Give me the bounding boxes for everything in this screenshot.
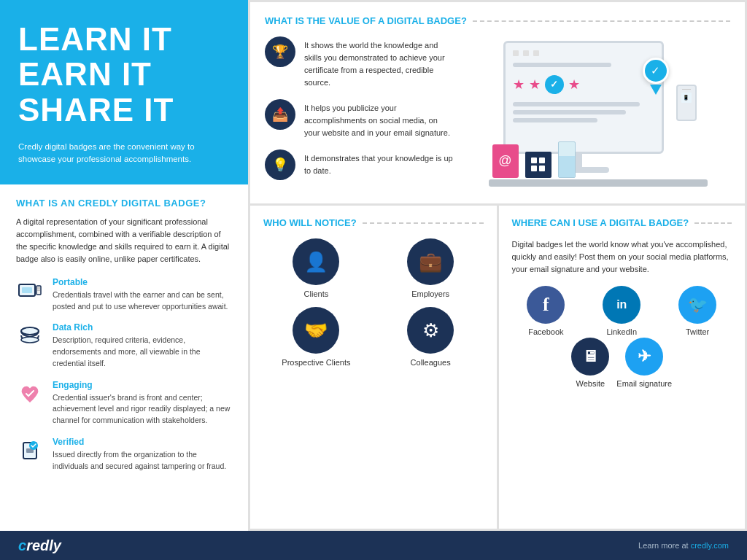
datarich-icon [16,322,44,350]
svg-rect-1 [22,287,32,293]
who-clients: 👤 Clients [263,238,369,298]
engaging-desc: Credential issuer's brand is front and c… [53,392,232,427]
monitor-screen: ★ ★ ✓ ★ ✓ [503,41,664,154]
social-website: 🖥 Website [571,338,609,388]
feature-verified-text: Verified Issued directly from the organi… [53,437,232,472]
prospective-label: Prospective Clients [282,358,350,367]
svg-point-6 [21,337,39,343]
social-linkedin: in LinkedIn [587,286,656,336]
hero-title: LEARN IT EARN IT SHARE IT [18,22,230,128]
monitor: ★ ★ ✓ ★ ✓ [489,41,708,187]
trophy-icon: 🏆 [265,36,295,67]
portable-desc: Credentials travel with the earner and c… [53,289,232,313]
value-heading-container: WHAT IS THE VALUE OF A DIGITAL BADGE? [265,15,730,26]
what-is-badge-heading: WHAT IS AN CREDLY DIGITAL BADGE? [16,198,232,209]
clients-icon: 👤 [293,238,339,285]
who-employers: 💼 Employers [378,238,484,298]
twitter-label: Twitter [686,327,709,336]
who-colleagues: ⚙ Colleagues [378,307,484,367]
social-facebook: f Facebook [512,286,581,336]
engaging-title: Engaging [53,380,232,390]
where-dashed-line [694,222,732,224]
feature-portable: Portable Credentials travel with the ear… [16,277,232,313]
engaging-icon [16,380,44,408]
feature-engaging: Engaging Credential issuer's brand is fr… [16,380,232,427]
value-items: 🏆 It shows the world the knowledge and s… [265,36,454,190]
share-icon: 📤 [265,99,295,130]
website-label: Website [576,379,605,388]
social-row-2: 🖥 Website ✈ Email signature [512,338,732,388]
value-item-1: 🏆 It shows the world the knowledge and s… [265,36,454,89]
portable-icon [16,277,44,305]
social-twitter: 🐦 Twitter [663,286,732,336]
where-heading: WHERE CAN I USE A DIGITAL BADGE? [512,217,689,228]
employers-label: Employers [411,289,449,298]
linkedin-label: LinkedIn [606,327,637,336]
verified-title: Verified [53,437,232,447]
verified-desc: Issued directly from the organization to… [53,449,232,472]
hero-subtitle: Credly digital badges are the convenient… [18,141,230,166]
social-email-sig: ✈ Email signature [616,338,672,388]
main-content: LEARN IT EARN IT SHARE IT Credly digital… [0,0,747,531]
datarich-title: Data Rich [53,322,232,332]
employers-icon: 💼 [407,238,454,285]
value-section: WHAT IS THE VALUE OF A DIGITAL BADGE? 🏆 … [250,2,745,203]
footer-logo: credly [18,537,61,554]
where-heading-container: WHERE CAN I USE A DIGITAL BADGE? [512,217,732,228]
where-section: WHERE CAN I USE A DIGITAL BADGE? Digital… [499,206,746,529]
facebook-icon: f [527,286,565,324]
value-text-3: It demonstrates that your knowledge is u… [304,149,454,177]
value-text-2: It helps you publicize your accomplishme… [304,99,454,139]
feature-portable-text: Portable Credentials travel with the ear… [53,277,232,313]
where-description: Digital badges let the world know what y… [512,238,732,276]
badge-section: WHAT IS AN CREDLY DIGITAL BADGE? A digit… [0,184,248,531]
value-item-2: 📤 It helps you publicize your accomplish… [265,99,454,139]
feature-verified: Verified Issued directly from the organi… [16,437,232,472]
prospective-icon: 🤝 [293,307,339,354]
dashed-line [473,20,730,22]
lightbulb-icon: 💡 [265,149,295,180]
verified-icon [16,437,44,464]
clients-label: Clients [304,289,329,298]
email-sig-icon: ✈ [625,338,663,376]
bottom-row: WHO WILL NOTICE? 👤 Clients 💼 Employers [250,206,745,529]
twitter-icon: 🐦 [678,286,716,324]
linkedin-icon: in [603,286,640,324]
datarich-desc: Description, required criteria, evidence… [53,335,232,369]
feature-engaging-text: Engaging Credential issuer's brand is fr… [53,380,232,427]
hero-section: LEARN IT EARN IT SHARE IT Credly digital… [0,0,248,184]
footer: credly Learn more at credly.com [0,531,747,560]
colleagues-icon: ⚙ [407,307,454,354]
feature-datarich-text: Data Rich Description, required criteria… [53,322,232,369]
feature-datarich: Data Rich Description, required criteria… [16,322,232,369]
website-icon: 🖥 [571,338,609,376]
value-item-3: 💡 It demonstrates that your knowledge is… [265,149,454,180]
svg-point-5 [21,327,39,335]
colleagues-label: Colleagues [411,358,451,367]
portable-title: Portable [53,277,232,287]
who-prospective: 🤝 Prospective Clients [263,307,369,367]
social-row-1: f Facebook in LinkedIn 🐦 Twitter [512,286,732,336]
facebook-label: Facebook [528,327,563,336]
value-text-1: It shows the world the knowledge and ski… [304,36,454,89]
phone: 📱 [676,85,697,121]
who-dashed-line [363,222,484,224]
monitor-illustration: ★ ★ ✓ ★ ✓ [465,36,730,190]
email-sig-label: Email signature [616,379,672,388]
who-grid: 👤 Clients 💼 Employers 🤝 Prospective Clie… [263,238,484,367]
value-content: 🏆 It shows the world the knowledge and s… [265,36,730,190]
value-heading: WHAT IS THE VALUE OF A DIGITAL BADGE? [265,15,467,26]
who-section: WHO WILL NOTICE? 👤 Clients 💼 Employers [250,206,497,529]
left-panel: LEARN IT EARN IT SHARE IT Credly digital… [0,0,248,531]
who-heading-container: WHO WILL NOTICE? [263,217,484,228]
footer-site-link[interactable]: credly.com [691,541,729,550]
right-panel: WHAT IS THE VALUE OF A DIGITAL BADGE? 🏆 … [248,0,747,531]
badge-description: A digital representation of your signifi… [16,216,232,265]
who-heading: WHO WILL NOTICE? [263,217,357,228]
footer-learn-more: Learn more at credly.com [638,541,729,550]
